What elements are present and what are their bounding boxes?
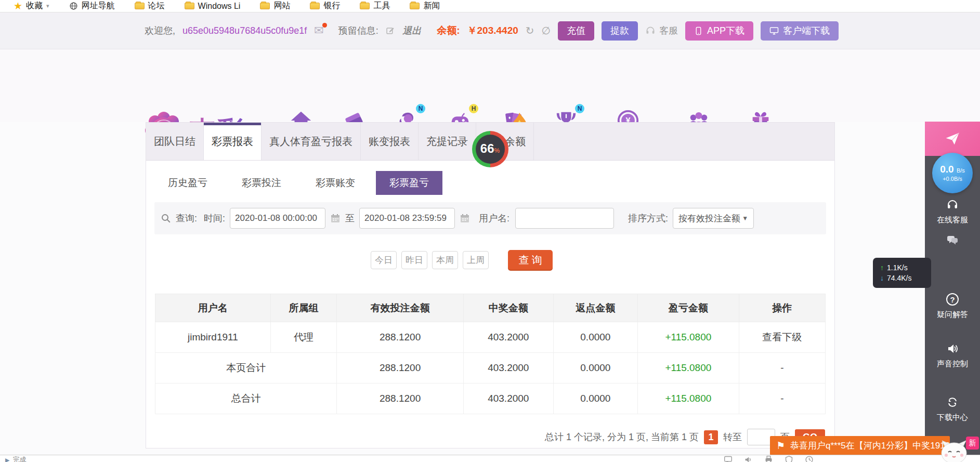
refresh-icon[interactable]: ↻ bbox=[526, 25, 534, 36]
bookmark-nav-site[interactable]: 网址导航 bbox=[69, 1, 115, 11]
cell-action: - bbox=[739, 384, 825, 414]
download-center-item[interactable]: 下载中心 bbox=[925, 396, 980, 423]
subtab-history-profit[interactable]: 历史盈亏 bbox=[154, 171, 221, 195]
clock-icon[interactable] bbox=[805, 455, 814, 462]
app-download-button[interactable]: APP下载 bbox=[685, 21, 753, 41]
status-play-icon: ▶ bbox=[5, 457, 9, 462]
subtab-lottery-bets[interactable]: 彩票投注 bbox=[228, 171, 295, 195]
subtab-lottery-changes[interactable]: 彩票账变 bbox=[302, 171, 369, 195]
refresh-arrows-icon bbox=[946, 396, 959, 408]
col-valid-bet: 有效投注金额 bbox=[337, 294, 464, 322]
col-group: 所属组 bbox=[270, 294, 337, 322]
gauge-unit: % bbox=[494, 147, 500, 154]
this-week-button[interactable]: 本周 bbox=[432, 251, 458, 269]
yesterday-button[interactable]: 昨日 bbox=[401, 251, 427, 269]
service-label: 客服 bbox=[659, 24, 678, 37]
browser-status-bar: ▶ 完成 bbox=[0, 455, 980, 462]
online-service-item[interactable]: 在线客服 bbox=[925, 199, 980, 225]
last-week-button[interactable]: 上周 bbox=[463, 251, 489, 269]
folder-icon bbox=[310, 3, 320, 9]
cell-action: - bbox=[739, 353, 825, 384]
customer-service-button[interactable]: 客服 bbox=[645, 24, 678, 37]
volume-icon[interactable] bbox=[744, 455, 753, 462]
gauge-value: 66 bbox=[480, 142, 494, 155]
username-input[interactable] bbox=[515, 208, 614, 229]
col-win: 中奖金额 bbox=[463, 294, 553, 322]
balance-value: ￥203.4420 bbox=[467, 24, 518, 37]
speed-value: 0.0 bbox=[940, 164, 953, 175]
paper-plane-icon bbox=[945, 131, 960, 147]
bookmark-folder-sites[interactable]: 网站 bbox=[260, 1, 290, 11]
bookmark-folder-tools[interactable]: 工具 bbox=[360, 1, 390, 11]
cell-valid-bet: 288.1200 bbox=[337, 353, 464, 384]
client-download-button[interactable]: 客户端下载 bbox=[761, 21, 839, 41]
download-speed: 74.4K/s bbox=[887, 274, 911, 282]
goto-label: 转至 bbox=[723, 431, 742, 443]
tab-account-change[interactable]: 账变报表 bbox=[361, 123, 419, 160]
today-button[interactable]: 今日 bbox=[371, 251, 397, 269]
calendar-icon[interactable] bbox=[460, 213, 470, 223]
chat-item[interactable] bbox=[925, 234, 980, 246]
time-from-input[interactable] bbox=[230, 208, 325, 229]
hide-balance-icon[interactable]: ∅ bbox=[542, 25, 551, 36]
time-to-input[interactable] bbox=[359, 208, 455, 229]
tab-team-daily[interactable]: 团队日结 bbox=[146, 123, 204, 160]
arrow-up-icon: ↑ bbox=[880, 263, 884, 272]
health-gauge[interactable]: 66 % bbox=[472, 131, 508, 167]
badge-n: N bbox=[575, 104, 584, 113]
cell-win: 403.2000 bbox=[463, 322, 553, 353]
chat-bubbles-icon bbox=[946, 234, 959, 246]
app-download-label: APP下载 bbox=[707, 24, 744, 37]
chevron-down-icon: ▾ bbox=[46, 3, 49, 9]
cell-username: jimbird1911 bbox=[155, 322, 271, 353]
chevron-down-icon: ▼ bbox=[742, 215, 748, 222]
sound-label: 声音控制 bbox=[937, 359, 968, 369]
withdraw-button[interactable]: 提款 bbox=[602, 21, 638, 41]
printer-icon[interactable] bbox=[764, 455, 773, 462]
badge-n: N bbox=[416, 104, 425, 113]
bookmark-label: Windows Li bbox=[198, 2, 241, 11]
bookmark-folder-news[interactable]: 新闻 bbox=[410, 1, 440, 11]
calendar-icon[interactable] bbox=[330, 213, 341, 223]
folder-icon bbox=[410, 3, 420, 9]
bookmark-folder-banks[interactable]: 银行 bbox=[310, 1, 340, 11]
messages-button[interactable]: ✉ bbox=[314, 25, 323, 36]
shield-icon[interactable] bbox=[785, 455, 793, 462]
sound-item[interactable]: 声音控制 bbox=[925, 342, 980, 369]
speed-unit: B/s bbox=[957, 167, 965, 174]
subtab-lottery-profit[interactable]: 彩票盈亏 bbox=[376, 171, 442, 195]
table-row-page-total: 本页合计 288.1200 403.2000 0.0000 +115.0800 … bbox=[155, 353, 826, 384]
query-label: 查询: bbox=[176, 212, 197, 225]
recharge-button[interactable]: 充值 bbox=[558, 21, 594, 41]
cell-valid-bet: 288.1200 bbox=[337, 322, 464, 353]
headset-icon bbox=[645, 25, 656, 36]
network-speed-bubble[interactable]: 0.0 B/s +0.0B/s bbox=[932, 153, 973, 193]
search-icon bbox=[161, 213, 171, 223]
pagination-summary: 总计 1 个记录, 分为 1 页, 当前第 1 页 bbox=[545, 431, 699, 443]
online-service-label: 在线客服 bbox=[937, 215, 968, 225]
winner-ticker[interactable]: ⚑ 恭喜用户q***5在【河内1分彩】中奖19125元 bbox=[770, 436, 950, 455]
phone-icon bbox=[694, 27, 703, 35]
username-label: 用户名: bbox=[479, 212, 509, 225]
logout-link[interactable]: 退出 bbox=[402, 24, 421, 37]
welcome-label: 欢迎您, bbox=[145, 24, 175, 37]
search-button[interactable]: 查 询 bbox=[508, 250, 553, 270]
faq-item[interactable]: ? 疑问解答 bbox=[925, 293, 980, 320]
sort-select[interactable]: 按有效投注金额 ▼ bbox=[673, 208, 754, 229]
question-icon: ? bbox=[946, 293, 959, 306]
bookmark-label: 新闻 bbox=[423, 1, 440, 11]
edit-icon[interactable] bbox=[386, 26, 394, 35]
current-page-badge[interactable]: 1 bbox=[704, 430, 718, 444]
bookmark-folder-windows[interactable]: Windows Li bbox=[185, 2, 241, 11]
comment-icon[interactable] bbox=[724, 455, 733, 462]
download-center-label: 下载中心 bbox=[937, 413, 968, 423]
view-subordinates-link[interactable]: 查看下级 bbox=[739, 322, 825, 353]
sidebar-top-button[interactable] bbox=[925, 122, 980, 156]
bookmark-folder-forum[interactable]: 论坛 bbox=[135, 1, 165, 11]
mascot-icon[interactable] bbox=[939, 440, 969, 462]
bookmark-favorites[interactable]: ★ 收藏 ▾ bbox=[14, 1, 49, 11]
tab-lottery-report[interactable]: 彩票报表 bbox=[204, 123, 262, 160]
username[interactable]: u65e0u5948u7684u5c0fu9e1f bbox=[182, 25, 307, 36]
tab-deposit-withdraw[interactable]: 充提记录 bbox=[419, 123, 476, 160]
tab-live-sports-report[interactable]: 真人体育盈亏报表 bbox=[262, 123, 361, 160]
